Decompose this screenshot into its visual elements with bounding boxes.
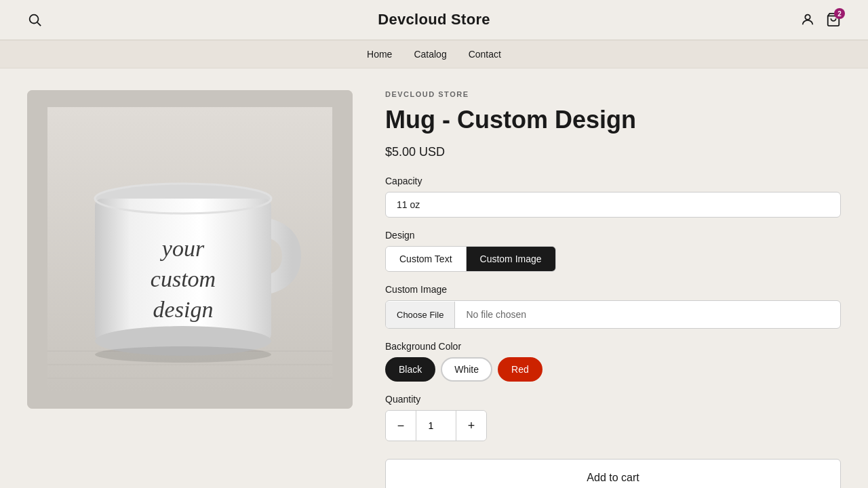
capacity-input[interactable] (385, 192, 841, 218)
design-text-button[interactable]: Custom Text (386, 247, 467, 271)
color-button-white[interactable]: White (441, 357, 492, 382)
background-color-section: Background Color Black White Red (385, 341, 841, 382)
cart-button[interactable]: 2 (826, 12, 841, 27)
nav-link-home[interactable]: Home (367, 49, 392, 60)
navigation: Home Catalog Contact (0, 40, 868, 68)
color-options: Black White Red (385, 357, 841, 382)
svg-point-11 (95, 346, 271, 363)
design-label: Design (385, 230, 841, 241)
account-icon (800, 12, 815, 27)
product-price: $5.00 USD (385, 145, 841, 159)
quantity-label: Quantity (385, 394, 841, 405)
choose-file-button[interactable]: Choose File (386, 302, 455, 328)
vendor-label: DEVCLOUD STORE (385, 90, 841, 98)
header-right: 2 (760, 12, 841, 27)
nav-link-contact[interactable]: Contact (469, 49, 501, 60)
custom-image-label: Custom Image (385, 284, 841, 295)
nav-link-catalog[interactable]: Catalog (414, 49, 446, 60)
header: Devcloud Store 2 (0, 0, 868, 40)
product-details: DEVCLOUD STORE Mug - Custom Design $5.00… (385, 90, 841, 488)
file-name-display: No file chosen (455, 301, 537, 328)
svg-text:custom: custom (151, 266, 216, 291)
add-to-cart-button[interactable]: Add to cart (385, 459, 841, 488)
design-section: Design Custom Text Custom Image (385, 230, 841, 272)
file-input-display: Choose File No file chosen (386, 301, 840, 328)
custom-image-section: Custom Image Choose File No file chosen (385, 284, 841, 329)
quantity-decrease-button[interactable]: − (386, 411, 416, 441)
plus-icon: + (468, 419, 475, 433)
design-image-button[interactable]: Custom Image (467, 247, 555, 271)
capacity-section: Capacity (385, 176, 841, 218)
store-title: Devcloud Store (378, 11, 490, 28)
color-button-red[interactable]: Red (498, 357, 542, 382)
minus-icon: − (397, 419, 405, 433)
design-toggle: Custom Text Custom Image (385, 246, 556, 272)
file-input-wrapper: Choose File No file chosen (385, 300, 841, 329)
search-icon (27, 12, 42, 27)
header-left (27, 12, 108, 27)
product-image: your custom design (27, 90, 353, 409)
product-title: Mug - Custom Design (385, 105, 841, 134)
cart-badge: 2 (834, 8, 845, 19)
quantity-section: Quantity − + (385, 394, 841, 441)
quantity-input[interactable] (416, 411, 456, 441)
svg-point-2 (805, 15, 810, 20)
background-color-label: Background Color (385, 341, 841, 352)
search-button[interactable] (27, 12, 42, 27)
mug-illustration: your custom design (47, 107, 332, 392)
main-content: your custom design DEVCLOUD STORE Mug - … (0, 68, 868, 488)
svg-point-0 (30, 15, 39, 24)
product-image-container: your custom design (27, 90, 353, 488)
svg-text:design: design (153, 297, 214, 322)
quantity-wrapper: − + (385, 410, 487, 441)
color-button-black[interactable]: Black (385, 357, 435, 382)
quantity-increase-button[interactable]: + (456, 411, 486, 441)
header-center: Devcloud Store (108, 11, 760, 28)
svg-text:your: your (160, 236, 205, 261)
account-button[interactable] (800, 12, 815, 27)
svg-line-1 (37, 22, 41, 26)
capacity-label: Capacity (385, 176, 841, 186)
